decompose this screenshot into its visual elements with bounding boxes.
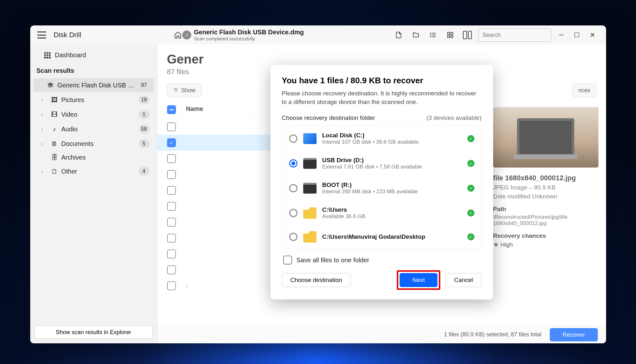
sidebar-item-archives[interactable]: 🗄 Archives bbox=[33, 151, 154, 164]
home-icon[interactable] bbox=[173, 31, 182, 39]
app-title: Disk Drill bbox=[54, 31, 81, 39]
archive-icon: 🗄 bbox=[51, 154, 58, 161]
radio-button[interactable] bbox=[289, 233, 297, 241]
destination-list: Local Disk (C:) Internal 107 GB disk • 3… bbox=[282, 126, 482, 249]
app-window: Disk Drill ✓ Generic Flash Disk USB Devi… bbox=[30, 25, 606, 343]
image-icon: 🖼 bbox=[51, 96, 58, 104]
destination-option[interactable]: C:\Users Available 36.6 GB ✓ bbox=[282, 201, 481, 225]
sidebar-item-label: Video bbox=[61, 111, 136, 118]
modal-desc: Please choose recovery destination. It i… bbox=[282, 89, 482, 106]
count-badge: 4 bbox=[139, 167, 150, 176]
choose-destination-button[interactable]: Choose destination bbox=[282, 273, 351, 287]
chevron-icon: › bbox=[42, 169, 47, 174]
sidebar-item-generic-flash-disk-usb-d-[interactable]: ⛃ Generic Flash Disk USB D... 87 bbox=[33, 78, 154, 92]
sidebar-item-video[interactable]: › 🎞 Video 1 bbox=[33, 107, 154, 121]
main-panel: Gener 87 files Show nces Name Size bbox=[157, 45, 606, 343]
recovery-destination-modal: You have 1 files / 80.9 KB to recover Pl… bbox=[270, 65, 493, 299]
radio-button[interactable] bbox=[289, 134, 297, 143]
minimize-button[interactable]: ─ bbox=[559, 31, 563, 39]
scan-complete-icon: ✓ bbox=[182, 31, 191, 39]
sidebar-item-documents[interactable]: › 🗎 Documents 5 bbox=[33, 137, 154, 151]
destination-option[interactable]: Local Disk (C:) Internal 107 GB disk • 3… bbox=[282, 126, 481, 151]
destination-sub: Internal 107 GB disk • 36.6 GB available bbox=[322, 139, 462, 145]
nav-dashboard[interactable]: Dashboard bbox=[30, 48, 157, 62]
sidebar-item-other[interactable]: › 🗋 Other 4 bbox=[33, 164, 154, 178]
destination-name: USB Drive (D:) bbox=[322, 157, 462, 164]
sidebar-item-label: Generic Flash Disk USB D... bbox=[58, 82, 136, 89]
chevron-icon: › bbox=[42, 97, 47, 102]
other-icon: 🗋 bbox=[51, 168, 58, 175]
svg-rect-3 bbox=[432, 35, 436, 35]
nav-dashboard-label: Dashboard bbox=[55, 52, 86, 59]
destination-option[interactable]: BOOT (R:) Internal 260 MB disk • 223 MB … bbox=[282, 176, 481, 201]
sidebar-item-pictures[interactable]: › 🖼 Pictures 19 bbox=[33, 93, 154, 107]
scan-results-header: Scan results bbox=[30, 62, 157, 78]
radio-button[interactable] bbox=[289, 159, 297, 168]
next-button-highlight: Next bbox=[397, 270, 440, 290]
svg-rect-1 bbox=[432, 33, 436, 34]
destination-name: Local Disk (C:) bbox=[322, 132, 462, 139]
folder-icon bbox=[303, 207, 317, 219]
chevron-icon: › bbox=[42, 141, 47, 146]
next-button[interactable]: Next bbox=[400, 273, 437, 287]
disk-icon bbox=[303, 183, 317, 194]
destination-option[interactable]: C:\Users\Manuviraj Godara\Desktop ✓ bbox=[282, 225, 481, 248]
maximize-button[interactable]: ☐ bbox=[574, 31, 580, 39]
count-badge: 19 bbox=[139, 95, 150, 104]
video-icon: 🎞 bbox=[51, 111, 58, 118]
sidebar-item-label: Pictures bbox=[61, 96, 136, 104]
destination-sub: Internal 260 MB disk • 223 MB available bbox=[322, 189, 462, 195]
destination-name: C:\Users\Manuviraj Godara\Desktop bbox=[322, 233, 462, 240]
save-all-checkbox[interactable] bbox=[283, 256, 292, 264]
close-button[interactable]: ✕ bbox=[590, 31, 595, 39]
svg-point-0 bbox=[430, 33, 431, 34]
ok-icon: ✓ bbox=[467, 209, 474, 216]
sidebar: Dashboard Scan results ⛃ Generic Flash D… bbox=[30, 45, 157, 343]
modal-title: You have 1 files / 80.9 KB to recover bbox=[282, 76, 482, 86]
svg-rect-6 bbox=[448, 32, 450, 34]
menu-icon[interactable] bbox=[37, 31, 46, 38]
count-badge: 1 bbox=[139, 110, 150, 119]
panel-icon[interactable] bbox=[463, 31, 472, 39]
save-all-label: Save all files to one folder bbox=[297, 257, 369, 264]
destination-sub: Available 36.6 GB bbox=[322, 213, 462, 220]
sidebar-item-audio[interactable]: › ♪ Audio 58 bbox=[33, 122, 154, 136]
list-view-icon[interactable] bbox=[429, 31, 437, 39]
count-badge: 5 bbox=[139, 139, 150, 148]
sidebar-item-label: Documents bbox=[61, 140, 136, 148]
grid-view-icon[interactable] bbox=[446, 31, 455, 39]
destination-option[interactable]: USB Drive (D:) External 7.61 GB disk • 7… bbox=[282, 151, 481, 176]
doc-icon: 🗎 bbox=[51, 140, 58, 148]
destination-sub: External 7.61 GB disk • 7.58 GB availabl… bbox=[322, 164, 462, 170]
cancel-button[interactable]: Cancel bbox=[445, 273, 481, 287]
search-field[interactable] bbox=[482, 32, 556, 38]
radio-button[interactable] bbox=[289, 184, 297, 192]
svg-rect-7 bbox=[451, 32, 453, 34]
search-input[interactable] bbox=[478, 28, 551, 42]
show-in-explorer-button[interactable]: Show scan results in Explorer bbox=[35, 326, 153, 339]
sidebar-item-label: Archives bbox=[61, 154, 150, 161]
file-subtitle: Scan completed successfully bbox=[194, 36, 304, 41]
count-badge: 58 bbox=[139, 125, 150, 134]
devices-available: (3 devices available) bbox=[426, 114, 481, 121]
chevron-icon: › bbox=[42, 112, 47, 117]
sidebar-item-label: Audio bbox=[61, 126, 136, 133]
svg-rect-5 bbox=[432, 37, 436, 37]
modal-overlay: You have 1 files / 80.9 KB to recover Pl… bbox=[157, 45, 606, 343]
audio-icon: ♪ bbox=[51, 126, 58, 133]
dashboard-icon bbox=[44, 52, 51, 58]
sidebar-item-label: Other bbox=[61, 168, 136, 175]
titlebar: Disk Drill ✓ Generic Flash Disk USB Devi… bbox=[30, 25, 606, 45]
folder-icon bbox=[303, 231, 317, 243]
radio-button[interactable] bbox=[289, 209, 297, 217]
ok-icon: ✓ bbox=[467, 135, 474, 142]
ok-icon: ✓ bbox=[467, 185, 474, 192]
disk-icon bbox=[303, 158, 317, 169]
svg-rect-9 bbox=[451, 36, 453, 38]
folder-icon[interactable] bbox=[411, 31, 420, 39]
ok-icon: ✓ bbox=[467, 160, 474, 167]
svg-point-2 bbox=[430, 34, 431, 36]
svg-point-4 bbox=[430, 36, 431, 38]
destination-name: C:\Users bbox=[322, 206, 462, 213]
new-file-icon[interactable] bbox=[394, 31, 403, 39]
